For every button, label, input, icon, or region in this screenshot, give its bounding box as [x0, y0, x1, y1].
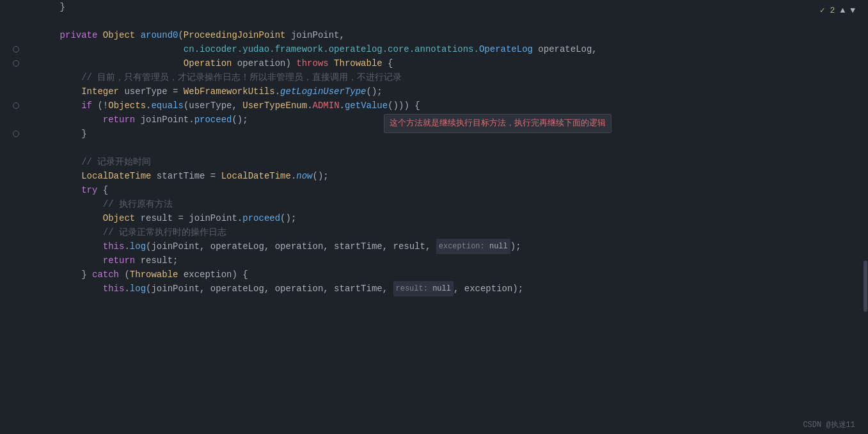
- code-line-8: if (!Objects.equals(userType, UserTypeEn…: [38, 99, 862, 113]
- exception-hint: exception: null: [436, 239, 510, 254]
- code-line-15: // 执行原有方法: [38, 197, 862, 211]
- gutter-line-17: [0, 225, 32, 239]
- editor-container: ✓ 2 ▲ ▼ } private Object around0(Proceed…: [0, 0, 868, 434]
- code-line-4: cn.iocoder.yudao.framework.operatelog.co…: [38, 42, 862, 56]
- breakpoint-6[interactable]: [13, 74, 19, 81]
- result-hint: result: null: [393, 281, 454, 296]
- breakpoint-14[interactable]: [13, 187, 19, 193]
- gutter-line-8: [0, 99, 32, 113]
- breakpoint-15[interactable]: [13, 201, 19, 207]
- code-line-7: Integer userType = WebFrameworkUtils.get…: [38, 84, 862, 99]
- breakpoint-7[interactable]: [13, 88, 19, 95]
- code-line-9: return joinPoint.proceed(); 这个方法就是继续执行目标…: [38, 113, 862, 127]
- line-gutter: [0, 0, 32, 434]
- gutter-line-19: [0, 253, 32, 268]
- gutter-line-11: [0, 141, 32, 155]
- code-line-19: return result;: [38, 253, 862, 268]
- gutter-line-21: [0, 282, 32, 296]
- breakpoint-19[interactable]: [13, 257, 19, 264]
- breakpoint-1[interactable]: [13, 4, 19, 10]
- breakpoint-8[interactable]: [13, 102, 19, 109]
- gutter-line-3: [0, 28, 32, 42]
- breakpoint-17[interactable]: [13, 229, 19, 236]
- gutter-line-15: [0, 197, 32, 211]
- gutter-line-5: [0, 56, 32, 70]
- breakpoint-13[interactable]: [13, 173, 19, 179]
- code-line-11: [38, 141, 862, 155]
- code-line-2: [38, 14, 862, 28]
- breakpoint-2[interactable]: [13, 18, 19, 24]
- breakpoint-20[interactable]: [13, 271, 19, 278]
- breakpoint-12[interactable]: [13, 159, 19, 165]
- breakpoint-16[interactable]: [13, 215, 19, 221]
- breakpoint-18[interactable]: [13, 243, 19, 250]
- code-line-21: this.log(joinPoint, operateLog, operatio…: [38, 282, 862, 296]
- breakpoint-11[interactable]: [13, 145, 19, 151]
- gutter-line-6: [0, 70, 32, 84]
- gutter-line-12: [0, 155, 32, 169]
- gutter-line-2: [0, 14, 32, 28]
- code-line-14: try {: [38, 183, 862, 197]
- code-line-5: Operation operation) throws Throwable {: [38, 56, 862, 70]
- breakpoint-5[interactable]: [13, 60, 19, 67]
- code-line-18: this.log(joinPoint, operateLog, operatio…: [38, 239, 862, 253]
- gutter-line-10: [0, 127, 32, 141]
- gutter-line-13: [0, 169, 32, 183]
- gutter-line-4: [0, 42, 32, 56]
- attribution: CSDN @执迷11: [803, 419, 855, 430]
- breakpoint-21[interactable]: [13, 285, 19, 292]
- code-line-3: private Object around0(ProceedingJoinPoi…: [38, 28, 862, 42]
- code-line-1: }: [38, 0, 862, 14]
- code-line-6: // 目前，只有管理员，才记录操作日志！所以非管理员，直接调用，不进行记录: [38, 70, 862, 84]
- scrollbar-thumb[interactable]: [864, 261, 867, 312]
- gutter-line-9: [0, 113, 32, 127]
- breakpoint-3[interactable]: [13, 32, 19, 38]
- code-line-13: LocalDateTime startTime = LocalDateTime.…: [38, 169, 862, 183]
- breakpoint-9[interactable]: [13, 117, 19, 123]
- gutter-line-14: [0, 183, 32, 197]
- code-line-16: Object result = joinPoint.proceed();: [38, 211, 862, 225]
- gutter-line-16: [0, 211, 32, 225]
- tooltip-proceed: 这个方法就是继续执行目标方法，执行完再继续下面的逻辑: [384, 114, 612, 133]
- breakpoint-4[interactable]: [13, 46, 19, 52]
- code-line-17: // 记录正常执行时的操作日志: [38, 225, 862, 239]
- gutter-line-7: [0, 84, 32, 99]
- gutter-line-18: [0, 239, 32, 253]
- code-area[interactable]: ✓ 2 ▲ ▼ } private Object around0(Proceed…: [32, 0, 868, 434]
- vertical-scrollbar[interactable]: [863, 0, 868, 434]
- code-line-12: // 记录开始时间: [38, 155, 862, 169]
- gutter-line-20: [0, 268, 32, 282]
- gutter-line-1: [0, 0, 32, 14]
- code-line-20: } catch (Throwable exception) {: [38, 268, 862, 282]
- breakpoint-10[interactable]: [13, 131, 19, 137]
